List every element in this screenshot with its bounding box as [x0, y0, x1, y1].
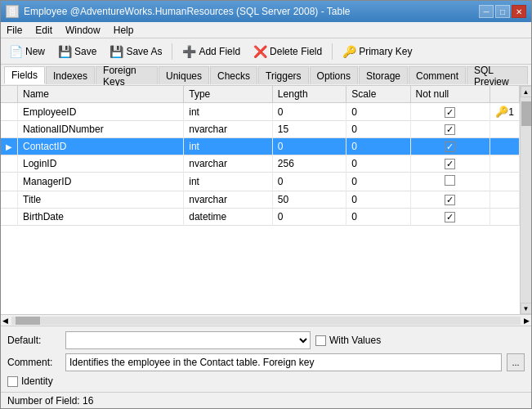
notnull-checkbox[interactable] [445, 212, 455, 222]
field-type[interactable]: nvarchar [184, 191, 273, 209]
notnull-checkbox[interactable] [445, 195, 455, 205]
field-name[interactable]: Title [18, 191, 184, 209]
field-length[interactable]: 15 [272, 121, 346, 138]
notnull-checkbox[interactable] [445, 142, 455, 152]
col-notnull[interactable]: Not null [410, 86, 490, 103]
tab-uniques[interactable]: Uniques [159, 66, 209, 84]
scroll-down-button[interactable]: ▼ [521, 303, 532, 314]
field-length[interactable]: 0 [272, 209, 346, 226]
field-scale[interactable]: 0 [346, 121, 410, 138]
field-key [490, 155, 520, 173]
table-row[interactable]: BirthDatedatetime00 [1, 209, 520, 226]
field-key [490, 173, 520, 191]
table-row[interactable]: EmployeeIDint00🔑1 [1, 103, 520, 121]
field-length[interactable]: 256 [272, 155, 346, 173]
field-name[interactable]: ManagerID [18, 173, 184, 191]
vertical-scrollbar[interactable]: ▲ ▼ [520, 86, 531, 314]
col-name[interactable]: Name [18, 86, 184, 103]
menu-window[interactable]: Window [63, 24, 103, 37]
field-length[interactable]: 0 [272, 103, 346, 121]
notnull-checkbox[interactable] [445, 175, 455, 186]
table-row[interactable]: Titlenvarchar500 [1, 191, 520, 209]
delete-field-button[interactable]: ❌ Delete Field [248, 42, 327, 61]
maximize-button[interactable]: □ [495, 5, 510, 18]
notnull-checkbox[interactable] [445, 159, 455, 169]
field-type[interactable]: nvarchar [184, 155, 273, 173]
tab-foreign-keys[interactable]: Foreign Keys [96, 66, 158, 84]
field-notnull[interactable] [410, 155, 490, 173]
field-length[interactable]: 0 [272, 173, 346, 191]
close-button[interactable]: ✕ [512, 5, 526, 18]
field-notnull[interactable] [410, 121, 490, 138]
table-row[interactable]: NationalIDNumbernvarchar150 [1, 121, 520, 138]
minimize-button[interactable]: ─ [479, 5, 494, 18]
field-name[interactable]: NationalIDNumber [18, 121, 184, 138]
scroll-track[interactable] [521, 97, 532, 303]
tab-triggers[interactable]: Triggers [258, 66, 309, 84]
hscroll-track[interactable] [11, 317, 521, 325]
field-notnull[interactable] [410, 209, 490, 226]
comment-input[interactable] [65, 353, 502, 371]
tab-comment[interactable]: Comment [409, 66, 466, 84]
field-scale[interactable]: 0 [346, 173, 410, 191]
tab-options[interactable]: Options [310, 66, 358, 84]
scroll-thumb[interactable] [521, 101, 531, 126]
field-scale[interactable]: 0 [346, 138, 410, 155]
table-row[interactable]: ▶ContactIDint00 [1, 138, 520, 155]
col-scale[interactable]: Scale [346, 86, 410, 103]
scroll-up-button[interactable]: ▲ [521, 86, 532, 97]
menu-file[interactable]: File [4, 24, 25, 37]
with-values-group: With Values [315, 335, 381, 346]
comment-ellipsis-button[interactable]: ... [507, 353, 525, 371]
field-type[interactable]: datetime [184, 209, 273, 226]
field-length[interactable]: 50 [272, 191, 346, 209]
table-row[interactable]: LoginIDnvarchar2560 [1, 155, 520, 173]
title-controls: ─ □ ✕ [479, 5, 526, 18]
new-button[interactable]: 📄 New [4, 42, 50, 61]
field-type[interactable]: int [184, 138, 273, 155]
field-key [490, 191, 520, 209]
field-notnull[interactable] [410, 191, 490, 209]
main-window: 🗄 Employee @AdventureWorks.HumanResource… [0, 0, 532, 409]
field-name[interactable]: ContactID [18, 138, 184, 155]
table-row[interactable]: ManagerIDint00 [1, 173, 520, 191]
tab-indexes[interactable]: Indexes [46, 66, 95, 84]
tab-sql-preview[interactable]: SQL Preview [467, 66, 528, 84]
field-scale[interactable]: 0 [346, 155, 410, 173]
field-scale[interactable]: 0 [346, 209, 410, 226]
field-type[interactable]: nvarchar [184, 121, 273, 138]
row-indicator [1, 173, 18, 191]
tab-checks[interactable]: Checks [210, 66, 257, 84]
hscroll-left-button[interactable]: ◀ [1, 317, 10, 325]
col-type[interactable]: Type [184, 86, 273, 103]
save-as-button[interactable]: 💾 Save As [105, 42, 167, 61]
field-scale[interactable]: 0 [346, 191, 410, 209]
tab-storage[interactable]: Storage [359, 66, 408, 84]
with-values-checkbox[interactable] [315, 335, 326, 346]
field-notnull[interactable] [410, 103, 490, 121]
add-field-button[interactable]: ➕ Add Field [177, 42, 245, 61]
field-scale[interactable]: 0 [346, 103, 410, 121]
default-select[interactable] [65, 331, 311, 349]
table-container[interactable]: Name Type Length Scale Not null Employee… [1, 86, 520, 314]
notnull-checkbox[interactable] [445, 107, 455, 118]
field-name[interactable]: EmployeeID [18, 103, 184, 121]
menu-help[interactable]: Help [111, 24, 136, 37]
notnull-checkbox[interactable] [445, 124, 455, 135]
field-notnull[interactable] [410, 138, 490, 155]
tab-fields[interactable]: Fields [4, 66, 45, 84]
identity-checkbox[interactable] [7, 376, 18, 387]
hscroll-thumb[interactable] [16, 317, 40, 325]
save-button[interactable]: 💾 Save [53, 42, 101, 61]
horizontal-scrollbar[interactable]: ◀ ▶ [1, 314, 531, 326]
primary-key-button[interactable]: 🔑 Primary Key [338, 42, 417, 61]
field-type[interactable]: int [184, 103, 273, 121]
field-notnull[interactable] [410, 173, 490, 191]
hscroll-right-button[interactable]: ▶ [522, 317, 531, 325]
field-name[interactable]: BirthDate [18, 209, 184, 226]
field-name[interactable]: LoginID [18, 155, 184, 173]
field-type[interactable]: int [184, 173, 273, 191]
field-length[interactable]: 0 [272, 138, 346, 155]
menu-edit[interactable]: Edit [33, 24, 55, 37]
col-length[interactable]: Length [272, 86, 346, 103]
